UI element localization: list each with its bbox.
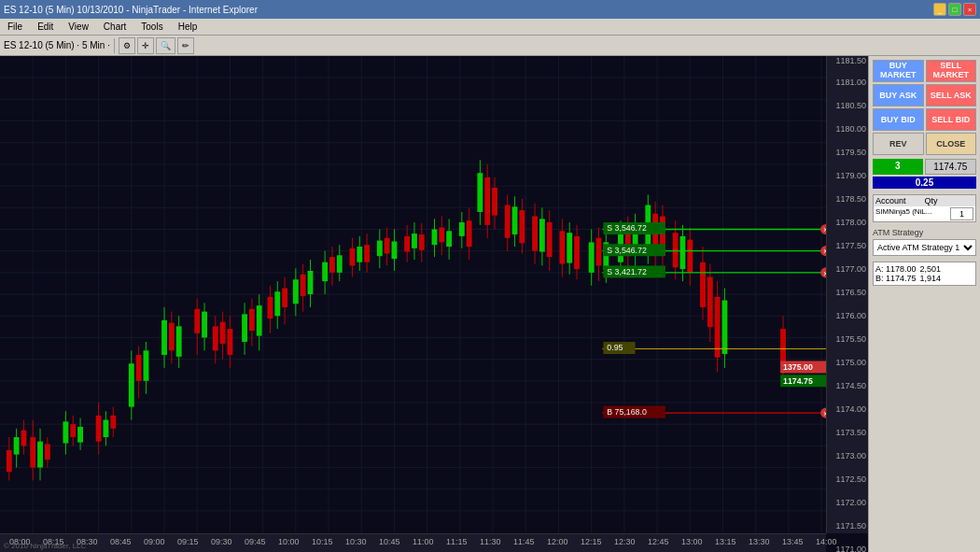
svg-rect-164 <box>559 231 565 263</box>
rev-button[interactable]: REV <box>873 133 924 155</box>
svg-rect-158 <box>532 217 538 251</box>
svg-rect-170 <box>589 242 595 272</box>
minimize-button[interactable]: _ <box>933 3 946 16</box>
time-1030: 10:30 <box>345 537 367 546</box>
time-1145: 11:45 <box>513 537 535 546</box>
sell-market-button[interactable]: SELLMARKET <box>926 60 977 82</box>
time-0930: 09:30 <box>211 537 232 546</box>
svg-rect-52 <box>21 431 26 446</box>
svg-rect-78 <box>161 320 167 355</box>
position-a-row: A: 1178.00 2,501 <box>875 264 973 274</box>
position-a-label: A: 1178.00 <box>875 264 917 274</box>
svg-rect-124 <box>377 241 383 257</box>
time-1230: 12:30 <box>614 537 636 546</box>
price-1171-50: 1171.50 <box>835 521 866 531</box>
svg-rect-196 <box>707 276 713 327</box>
svg-rect-98 <box>257 305 262 335</box>
svg-rect-76 <box>144 350 149 380</box>
toolbar-draw[interactable]: ✏ <box>177 37 194 54</box>
time-0900: 09:00 <box>144 537 165 546</box>
atm-strategy-select[interactable]: Active ATM Strategy 1 - C <box>873 239 976 256</box>
svg-rect-122 <box>364 245 370 262</box>
menu-help[interactable]: Help <box>175 21 202 33</box>
time-1200: 12:00 <box>547 537 568 546</box>
svg-text:S 3,546.72: S 3,546.72 <box>607 224 647 234</box>
candlestick-chart: S 3,546.72 × 1177.5 S 3,546.72 × 1177.0 … <box>0 56 826 533</box>
price-1172-50: 1172.50 <box>835 474 866 484</box>
time-axis: 08:00 08:15 08:30 08:45 09:00 09:15 09:3… <box>0 533 826 552</box>
title-bar: ES 12-10 (5 Min) 10/13/2010 - NinjaTrade… <box>0 0 980 19</box>
positions-section: A: 1178.00 2,501 B: 1174.75 1,914 <box>873 262 976 286</box>
toolbar-zoom[interactable]: 🔍 <box>156 37 175 54</box>
title-bar-buttons: _ □ × <box>933 3 976 16</box>
maximize-button[interactable]: □ <box>948 3 961 16</box>
buy-bid-button[interactable]: BUY BID <box>873 108 924 131</box>
svg-rect-114 <box>329 257 335 273</box>
svg-rect-66 <box>96 416 102 442</box>
time-1130: 11:30 <box>480 537 501 546</box>
candle-group-15 <box>404 222 425 262</box>
candle-group-16 <box>432 217 453 260</box>
sell-bid-button[interactable]: SELL BID <box>926 108 977 131</box>
svg-rect-50 <box>14 437 20 455</box>
price-axis: 1181.50 1181.00 1180.50 1180.00 1179.50 … <box>826 56 868 533</box>
svg-rect-96 <box>249 309 255 331</box>
svg-rect-146 <box>477 173 483 212</box>
svg-rect-92 <box>227 329 232 355</box>
price-1179-50: 1179.50 <box>835 148 866 157</box>
toolbar-crosshair[interactable]: ✛ <box>137 37 154 54</box>
menu-file[interactable]: File <box>4 21 26 33</box>
ticks-row: 0.25 <box>873 177 976 189</box>
svg-rect-48 <box>7 450 12 472</box>
svg-rect-102 <box>274 291 280 316</box>
buy-ask-button[interactable]: BUY ASK <box>873 84 924 106</box>
time-1345: 13:45 <box>782 537 804 546</box>
svg-rect-106 <box>293 279 299 304</box>
svg-rect-128 <box>392 241 398 259</box>
qty-input[interactable] <box>950 207 973 220</box>
price-1171-00: 1171.00 <box>835 545 866 552</box>
menu-edit[interactable]: Edit <box>34 21 57 33</box>
svg-rect-104 <box>282 289 287 307</box>
svg-rect-144 <box>467 220 472 247</box>
chart-label: ES 12-10 (5 Min) · 5 Min · <box>4 40 110 50</box>
svg-rect-138 <box>439 228 444 243</box>
svg-rect-70 <box>110 416 116 429</box>
time-1115: 11:15 <box>446 537 468 546</box>
sell-ask-button[interactable]: SELL ASK <box>926 84 977 106</box>
svg-rect-86 <box>202 312 207 338</box>
account-header: Account Qty <box>874 195 975 206</box>
market-order-row: BUYMARKET SELLMARKET <box>873 60 976 82</box>
price-1176-00: 1176.00 <box>835 311 866 320</box>
menu-tools[interactable]: Tools <box>137 21 166 33</box>
ask-order-row: BUY ASK SELL ASK <box>873 84 976 106</box>
svg-rect-88 <box>213 326 218 350</box>
time-0945: 09:45 <box>245 537 266 546</box>
close-position-button[interactable]: CLOSE <box>926 133 977 155</box>
svg-rect-160 <box>539 219 545 251</box>
menu-view[interactable]: View <box>64 21 92 33</box>
pnl-row: 3 1174.75 <box>873 159 976 175</box>
candle-group-9 <box>242 294 262 355</box>
price-1177-50: 1177.50 <box>835 241 866 250</box>
chart-area[interactable]: S 3,546.72 × 1177.5 S 3,546.72 × 1177.0 … <box>0 56 868 552</box>
menu-chart[interactable]: Chart <box>100 21 130 33</box>
time-1315: 13:15 <box>715 537 736 546</box>
position-b-qty: 1,914 <box>920 274 942 283</box>
candle-group-19 <box>532 204 553 271</box>
svg-rect-148 <box>484 177 490 225</box>
close-window-button[interactable]: × <box>963 3 976 16</box>
time-1300: 13:00 <box>681 537 703 546</box>
price-1180-50: 1180.50 <box>835 101 866 110</box>
pnl-price: 1174.75 <box>925 159 977 175</box>
toolbar-properties[interactable]: ⚙ <box>119 37 135 54</box>
svg-rect-108 <box>301 275 306 296</box>
price-1174-50: 1174.50 <box>835 381 866 390</box>
svg-rect-190 <box>680 236 686 269</box>
svg-text:1375.00: 1375.00 <box>783 362 813 372</box>
buy-market-button[interactable]: BUYMARKET <box>873 60 924 82</box>
price-1181-00: 1181.00 <box>835 78 866 87</box>
copyright: © 2010 NinjaTrader, LLC <box>4 542 86 550</box>
toolbar-separator-1 <box>114 38 115 53</box>
svg-rect-110 <box>308 271 314 294</box>
